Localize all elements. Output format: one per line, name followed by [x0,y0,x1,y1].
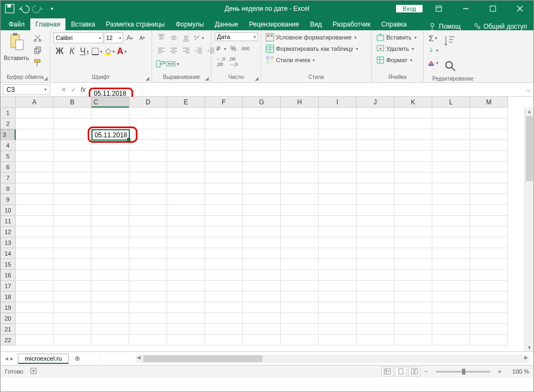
cell[interactable] [394,151,432,162]
cell[interactable] [54,151,91,162]
cell[interactable] [357,162,394,172]
cell[interactable] [129,205,167,216]
cell[interactable] [167,108,205,118]
grow-font-icon[interactable]: A▴ [124,32,136,43]
redo-icon[interactable] [33,4,43,14]
row-header[interactable]: 16 [1,270,16,281]
col-header[interactable]: K [394,97,432,108]
cell[interactable] [470,335,508,346]
cell[interactable] [91,108,129,118]
cell[interactable] [91,259,129,270]
cell[interactable] [394,194,432,205]
font-size-select[interactable]: 12▾ [104,32,123,43]
cell[interactable] [394,259,432,270]
cell[interactable] [54,270,91,281]
cell[interactable] [470,291,508,302]
cell[interactable] [432,302,470,313]
cell[interactable] [281,129,319,140]
cell[interactable] [54,162,91,172]
tab-page-layout[interactable]: Разметка страницы [101,18,170,30]
cell[interactable] [432,216,470,227]
cell[interactable] [432,237,470,248]
cell[interactable] [281,183,319,194]
cell[interactable] [281,108,319,118]
cell[interactable] [205,194,243,205]
active-cell[interactable]: 05.11.2018 [91,129,130,141]
cell[interactable] [281,172,319,183]
align-center-icon[interactable] [168,45,180,56]
cell[interactable] [357,335,394,346]
cell[interactable] [54,194,91,205]
cell[interactable] [319,205,357,216]
cell[interactable] [357,291,394,302]
cell[interactable] [91,237,129,248]
share-button[interactable]: Общий доступ [473,23,527,30]
cell[interactable] [91,227,129,237]
cell[interactable] [432,227,470,237]
cell[interactable] [394,227,432,237]
cell[interactable] [243,248,281,259]
cell[interactable] [167,162,205,172]
cell[interactable] [16,324,54,335]
cell[interactable] [319,302,357,313]
align-bottom-icon[interactable] [180,32,192,43]
align-middle-icon[interactable] [168,32,180,43]
cell[interactable] [205,172,243,183]
row-header[interactable]: 6 [1,162,16,172]
cell[interactable] [243,183,281,194]
paste-icon[interactable] [8,32,24,53]
cell[interactable] [54,259,91,270]
cell[interactable] [91,118,129,129]
cell[interactable] [394,237,432,248]
cell[interactable] [167,118,205,129]
tell-me-icon[interactable]: Помощ [429,23,460,30]
cell[interactable] [167,291,205,302]
cell[interactable] [16,172,54,183]
cell[interactable] [432,151,470,162]
cell[interactable] [129,172,167,183]
cell[interactable] [91,302,129,313]
cell[interactable] [16,237,54,248]
cell[interactable] [319,151,357,162]
tab-split-icon[interactable]: ⋮ [98,356,103,362]
cell[interactable] [394,108,432,118]
cell[interactable] [470,129,508,140]
scroll-up-icon[interactable]: ▲ [527,109,532,114]
cell[interactable] [357,108,394,118]
col-header[interactable]: I [319,97,357,108]
cell[interactable] [54,237,91,248]
cell[interactable] [319,259,357,270]
cell[interactable] [129,313,167,324]
col-header[interactable]: C [91,97,129,108]
scroll-thumb-h[interactable] [143,355,262,362]
row-header[interactable]: 18 [1,291,16,302]
underline-button[interactable]: Ч▾ [78,46,90,57]
cell[interactable] [205,270,243,281]
border-icon[interactable]: ▾ [91,46,103,57]
cancel-formula-icon[interactable]: ✕ [61,86,67,94]
cell[interactable] [281,335,319,346]
cell[interactable] [357,259,394,270]
minimize-icon[interactable] [455,1,477,17]
find-select-icon[interactable] [441,57,460,76]
number-dialog-icon[interactable]: ◢ [255,76,259,81]
col-header[interactable]: A [16,97,54,108]
cell[interactable] [394,270,432,281]
cell[interactable] [470,237,508,248]
cell[interactable] [432,162,470,172]
cell[interactable] [319,129,357,140]
cell[interactable] [357,324,394,335]
cell[interactable] [167,270,205,281]
cell[interactable] [54,140,91,151]
zoom-in-icon[interactable]: + [496,368,504,375]
cell[interactable] [432,129,470,140]
cell[interactable] [167,216,205,227]
tab-formulas[interactable]: Формулы [170,18,209,30]
cell[interactable] [16,259,54,270]
cell[interactable] [470,302,508,313]
cell[interactable] [357,140,394,151]
cell[interactable] [319,194,357,205]
row-header[interactable]: 9 [1,194,16,205]
cell[interactable] [243,335,281,346]
cell[interactable] [357,194,394,205]
